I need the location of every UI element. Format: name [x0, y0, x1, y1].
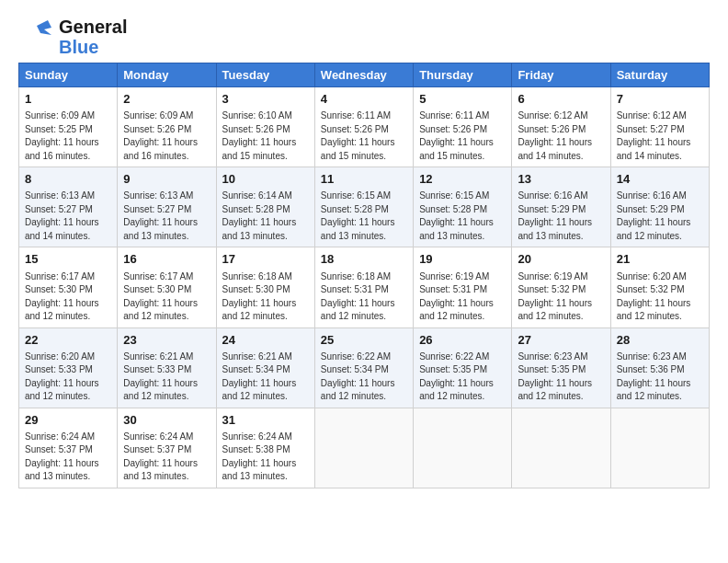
- day-number: 17: [222, 251, 309, 268]
- calendar-page: General Blue SundayMondayTuesdayWednesda…: [0, 0, 728, 498]
- weekday-header-saturday: Saturday: [610, 63, 709, 87]
- calendar-day-4: 4Sunrise: 6:11 AMSunset: 5:26 PMDaylight…: [314, 87, 413, 167]
- day-number: 7: [617, 91, 703, 108]
- header: General Blue: [18, 17, 710, 57]
- logo-text-general: General: [59, 17, 127, 37]
- day-info: Sunrise: 6:23 AMSunset: 5:35 PMDaylight:…: [518, 350, 604, 404]
- day-number: 6: [518, 91, 604, 108]
- day-info: Sunrise: 6:15 AMSunset: 5:28 PMDaylight:…: [419, 190, 506, 243]
- day-info: Sunrise: 6:18 AMSunset: 5:30 PMDaylight:…: [222, 270, 309, 324]
- day-info: Sunrise: 6:13 AMSunset: 5:27 PMDaylight:…: [123, 190, 210, 243]
- calendar-day-21: 21Sunrise: 6:20 AMSunset: 5:32 PMDayligh…: [610, 247, 709, 327]
- svg-marker-0: [37, 20, 51, 35]
- calendar-day-31: 31Sunrise: 6:24 AMSunset: 5:38 PMDayligh…: [216, 408, 314, 488]
- calendar-day-24: 24Sunrise: 6:21 AMSunset: 5:34 PMDayligh…: [216, 327, 314, 408]
- day-number: 2: [123, 91, 210, 108]
- calendar-empty-cell: [314, 408, 413, 488]
- calendar-day-1: 1Sunrise: 6:09 AMSunset: 5:25 PMDaylight…: [19, 87, 118, 167]
- calendar-day-5: 5Sunrise: 6:11 AMSunset: 5:26 PMDaylight…: [414, 87, 512, 167]
- day-info: Sunrise: 6:16 AMSunset: 5:29 PMDaylight:…: [518, 190, 604, 243]
- day-info: Sunrise: 6:10 AMSunset: 5:26 PMDaylight:…: [222, 109, 309, 163]
- day-number: 18: [321, 251, 407, 268]
- day-info: Sunrise: 6:20 AMSunset: 5:32 PMDaylight:…: [617, 270, 703, 324]
- logo-text-blue: Blue: [59, 37, 127, 57]
- calendar-day-16: 16Sunrise: 6:17 AMSunset: 5:30 PMDayligh…: [118, 247, 216, 327]
- day-info: Sunrise: 6:19 AMSunset: 5:31 PMDaylight:…: [419, 270, 506, 324]
- day-info: Sunrise: 6:15 AMSunset: 5:28 PMDaylight:…: [321, 190, 407, 243]
- calendar-day-15: 15Sunrise: 6:17 AMSunset: 5:30 PMDayligh…: [19, 247, 118, 327]
- calendar-day-19: 19Sunrise: 6:19 AMSunset: 5:31 PMDayligh…: [414, 247, 512, 327]
- calendar-day-18: 18Sunrise: 6:18 AMSunset: 5:31 PMDayligh…: [314, 247, 413, 327]
- day-info: Sunrise: 6:22 AMSunset: 5:35 PMDaylight:…: [419, 350, 506, 404]
- calendar-day-22: 22Sunrise: 6:20 AMSunset: 5:33 PMDayligh…: [19, 327, 118, 408]
- calendar-day-7: 7Sunrise: 6:12 AMSunset: 5:27 PMDaylight…: [610, 87, 709, 167]
- day-info: Sunrise: 6:21 AMSunset: 5:34 PMDaylight:…: [222, 350, 309, 404]
- calendar-day-28: 28Sunrise: 6:23 AMSunset: 5:36 PMDayligh…: [610, 327, 709, 408]
- calendar-week-2: 8Sunrise: 6:13 AMSunset: 5:27 PMDaylight…: [19, 167, 710, 247]
- calendar-day-3: 3Sunrise: 6:10 AMSunset: 5:26 PMDaylight…: [216, 87, 314, 167]
- day-number: 14: [617, 171, 703, 188]
- day-number: 27: [518, 332, 604, 349]
- weekday-header-sunday: Sunday: [19, 63, 118, 87]
- day-info: Sunrise: 6:16 AMSunset: 5:29 PMDaylight:…: [617, 190, 703, 243]
- weekday-header-monday: Monday: [118, 63, 216, 87]
- day-info: Sunrise: 6:17 AMSunset: 5:30 PMDaylight:…: [123, 270, 210, 324]
- day-info: Sunrise: 6:17 AMSunset: 5:30 PMDaylight:…: [25, 270, 111, 324]
- day-info: Sunrise: 6:19 AMSunset: 5:32 PMDaylight:…: [518, 270, 604, 324]
- weekday-header-wednesday: Wednesday: [314, 63, 413, 87]
- calendar-day-12: 12Sunrise: 6:15 AMSunset: 5:28 PMDayligh…: [414, 167, 512, 247]
- day-number: 20: [518, 251, 604, 268]
- day-info: Sunrise: 6:09 AMSunset: 5:25 PMDaylight:…: [25, 109, 111, 163]
- day-info: Sunrise: 6:09 AMSunset: 5:26 PMDaylight:…: [123, 109, 210, 163]
- calendar-day-23: 23Sunrise: 6:21 AMSunset: 5:33 PMDayligh…: [118, 327, 216, 408]
- day-info: Sunrise: 6:21 AMSunset: 5:33 PMDaylight:…: [123, 350, 210, 404]
- day-info: Sunrise: 6:12 AMSunset: 5:26 PMDaylight:…: [518, 109, 604, 163]
- calendar-empty-cell: [414, 408, 512, 488]
- day-number: 26: [419, 332, 506, 349]
- day-number: 9: [123, 171, 210, 188]
- logo: General Blue: [18, 17, 127, 57]
- day-number: 11: [321, 171, 407, 188]
- calendar-table: SundayMondayTuesdayWednesdayThursdayFrid…: [18, 63, 710, 488]
- day-info: Sunrise: 6:12 AMSunset: 5:27 PMDaylight:…: [617, 109, 703, 163]
- day-number: 30: [123, 412, 210, 429]
- day-info: Sunrise: 6:13 AMSunset: 5:27 PMDaylight:…: [25, 190, 111, 243]
- day-number: 1: [25, 91, 111, 108]
- calendar-day-26: 26Sunrise: 6:22 AMSunset: 5:35 PMDayligh…: [414, 327, 512, 408]
- day-info: Sunrise: 6:23 AMSunset: 5:36 PMDaylight:…: [617, 350, 703, 404]
- day-number: 10: [222, 171, 309, 188]
- calendar-week-1: 1Sunrise: 6:09 AMSunset: 5:25 PMDaylight…: [19, 87, 710, 167]
- calendar-body: 1Sunrise: 6:09 AMSunset: 5:25 PMDaylight…: [19, 87, 710, 488]
- calendar-week-5: 29Sunrise: 6:24 AMSunset: 5:37 PMDayligh…: [19, 408, 710, 488]
- weekday-header-friday: Friday: [512, 63, 610, 87]
- day-number: 15: [25, 251, 111, 268]
- calendar-day-14: 14Sunrise: 6:16 AMSunset: 5:29 PMDayligh…: [610, 167, 709, 247]
- day-number: 12: [419, 171, 506, 188]
- day-info: Sunrise: 6:24 AMSunset: 5:37 PMDaylight:…: [25, 431, 111, 484]
- calendar-day-27: 27Sunrise: 6:23 AMSunset: 5:35 PMDayligh…: [512, 327, 610, 408]
- day-number: 13: [518, 171, 604, 188]
- calendar-day-9: 9Sunrise: 6:13 AMSunset: 5:27 PMDaylight…: [118, 167, 216, 247]
- day-number: 28: [617, 332, 703, 349]
- day-number: 21: [617, 251, 703, 268]
- calendar-week-3: 15Sunrise: 6:17 AMSunset: 5:30 PMDayligh…: [19, 247, 710, 327]
- calendar-empty-cell: [512, 408, 610, 488]
- day-number: 16: [123, 251, 210, 268]
- weekday-header-thursday: Thursday: [414, 63, 512, 87]
- calendar-day-2: 2Sunrise: 6:09 AMSunset: 5:26 PMDaylight…: [118, 87, 216, 167]
- day-number: 5: [419, 91, 506, 108]
- day-number: 25: [321, 332, 407, 349]
- day-info: Sunrise: 6:11 AMSunset: 5:26 PMDaylight:…: [321, 109, 407, 163]
- day-info: Sunrise: 6:14 AMSunset: 5:28 PMDaylight:…: [222, 190, 309, 243]
- day-number: 19: [419, 251, 506, 268]
- day-info: Sunrise: 6:18 AMSunset: 5:31 PMDaylight:…: [321, 270, 407, 324]
- day-number: 23: [123, 332, 210, 349]
- calendar-day-17: 17Sunrise: 6:18 AMSunset: 5:30 PMDayligh…: [216, 247, 314, 327]
- day-info: Sunrise: 6:24 AMSunset: 5:38 PMDaylight:…: [222, 431, 309, 484]
- calendar-day-30: 30Sunrise: 6:24 AMSunset: 5:37 PMDayligh…: [118, 408, 216, 488]
- day-info: Sunrise: 6:20 AMSunset: 5:33 PMDaylight:…: [25, 350, 111, 404]
- calendar-day-6: 6Sunrise: 6:12 AMSunset: 5:26 PMDaylight…: [512, 87, 610, 167]
- logo-bird-icon: [18, 18, 55, 55]
- day-number: 22: [25, 332, 111, 349]
- day-number: 29: [25, 412, 111, 429]
